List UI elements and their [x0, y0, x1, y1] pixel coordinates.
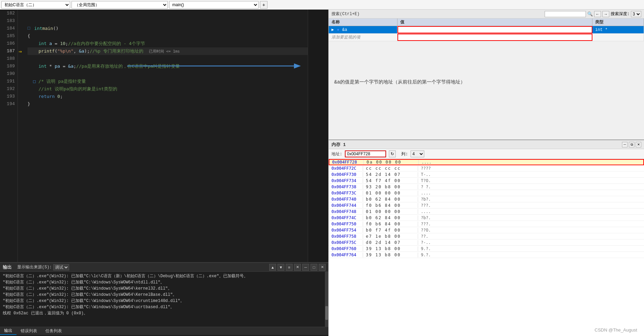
mem-bytes-15: 39 13 b8 00 — [363, 253, 418, 257]
watch-add-type — [592, 34, 644, 41]
mem-addr-5: 0x004FF73C — [329, 191, 363, 195]
output-tab-1[interactable]: 错误列表 — [17, 327, 41, 335]
watch-row[interactable]: ▶ ● &a 0x004ff728 (10) int * — [329, 26, 644, 34]
mem-bytes-2: 54 2d 14 07 — [363, 172, 418, 177]
watch-icon: ● — [335, 27, 341, 33]
mem-addr-15: 0x004FF764 — [329, 253, 363, 257]
addr-refresh-btn[interactable]: ↻ — [389, 150, 396, 157]
mem-addr-3: 0x004FF734 — [329, 178, 363, 183]
output-maximize-btn[interactable]: □ — [310, 264, 317, 271]
watch-name-value: &a — [342, 27, 347, 32]
memory-close-btn[interactable]: ✕ — [636, 142, 641, 147]
mem-addr-10: 0x004FF750 — [329, 222, 363, 226]
mem-bytes-9: b0 62 84 00 — [363, 215, 418, 220]
output-source-select[interactable]: 调试 — [53, 264, 69, 270]
watch-table-header: 名称 值 类型 — [329, 19, 644, 26]
right-panel: 搜索(Ctrl+E) 🔍 ← → 搜索深度: 3 名称 值 类型 — [328, 10, 644, 336]
output-tab-2[interactable]: 任务列表 — [41, 327, 66, 335]
mem-chars-10: ???. — [418, 222, 434, 226]
mem-chars-12: ??. — [418, 234, 431, 239]
output-wrap-btn[interactable]: ≡ — [286, 264, 293, 271]
mem-bytes-1: cc cc cc cc — [363, 166, 418, 171]
watch-annotation: &a的值是第一个字节的地址（从前往后的第一个字节得地址） — [329, 75, 644, 139]
mem-chars-8: .... — [418, 209, 434, 214]
addr-input[interactable] — [345, 150, 386, 157]
mem-addr-2: 0x004FF730 — [329, 172, 363, 177]
mem-addr-7: 0x004FF744 — [329, 203, 363, 208]
memory-row-15: 0x004FF76439 13 b8 009.?. — [329, 252, 644, 258]
memory-content[interactable]: 0x004FF7280a 00 00 00....0x004FF72Ccc cc… — [329, 159, 644, 336]
watch-col-type: 类型 — [592, 19, 644, 26]
memory-window-controls: ─ ⧉ ✕ — [622, 142, 641, 147]
memory-float-btn[interactable]: ⧉ — [629, 142, 634, 147]
output-minimize-btn[interactable]: ─ — [302, 264, 309, 271]
mem-addr-11: 0x004FF754 — [329, 228, 363, 233]
watch-table: 名称 值 类型 ▶ ● &a 0x004ff728 (10) int * 添加要… — [329, 19, 644, 75]
output-tab-0[interactable]: 输出 — [0, 327, 17, 335]
mem-bytes-8: 01 00 00 00 — [363, 209, 418, 214]
memory-row-8: 0x004FF74801 00 00 00.... — [329, 209, 644, 215]
memory-row-13: 0x004FF75Cd0 2d 14 07?-.. — [329, 239, 644, 246]
csdn-watermark: CSDN @The_August — [594, 327, 637, 333]
mem-addr-0: 0x004FF728 — [329, 160, 364, 165]
watch-col-value: 值 — [397, 19, 592, 26]
mem-addr-9: 0x004FF74C — [329, 215, 363, 220]
memory-addr-bar: 地址: ↻ 列: 4 — [329, 149, 644, 159]
scope-dropdown[interactable]: （全局范围） — [72, 1, 168, 9]
initial-dropdown[interactable]: 初始C语言（二） — [1, 1, 70, 9]
watch-col-name: 名称 — [329, 19, 397, 26]
memory-panel: 内存 1 ─ ⧉ ✕ 地址: ↻ 列: 4 0x004FF7280a 00 00… — [329, 140, 644, 336]
watch-search-label: 搜索(Ctrl+E) — [331, 11, 360, 17]
expand-icon: ▶ — [331, 27, 334, 32]
search-depth-select[interactable]: 3 — [631, 11, 641, 17]
mem-bytes-4: 93 20 b8 00 — [363, 184, 418, 189]
search-back-btn[interactable]: ← — [594, 11, 601, 17]
memory-row-7: 0x004FF744f0 b6 84 00???. — [329, 202, 644, 209]
search-depth-label: 搜索深度: — [611, 11, 630, 17]
mem-addr-8: 0x004FF748 — [329, 209, 363, 214]
mem-chars-1: ???? — [418, 166, 434, 171]
memory-row-6: 0x004FF740b0 62 84 00?b?. — [329, 196, 644, 202]
memory-title: 内存 1 — [331, 142, 622, 148]
output-clear-btn[interactable]: ✕ — [294, 264, 301, 271]
output-controls: ▲ ▼ ≡ ✕ ─ □ ✕ — [269, 264, 326, 271]
output-down-btn[interactable]: ▼ — [277, 264, 284, 271]
watch-cell-type: int * — [592, 26, 644, 33]
output-up-btn[interactable]: ▲ — [269, 264, 276, 271]
memory-row-12: 0x004FF758e7 1e b8 00??. — [329, 233, 644, 239]
watch-search-input[interactable] — [545, 11, 586, 17]
func-dropdown[interactable]: main() — [169, 1, 259, 9]
mem-bytes-14: 39 13 b8 00 — [363, 246, 418, 251]
memory-row-2: 0x004FF73054 2d 14 07T-.. — [329, 171, 644, 178]
cols-select[interactable]: 4 — [411, 150, 424, 157]
mem-chars-5: .... — [418, 191, 434, 195]
mem-chars-13: ?-.. — [418, 240, 434, 245]
mem-addr-14: 0x004FF760 — [329, 246, 363, 251]
output-header: 输出 显示输出来源(S): 调试 ▲ ▼ ≡ ✕ ─ □ ✕ — [0, 263, 328, 272]
watch-cell-value[interactable]: 0x004ff728 (10) — [397, 26, 592, 33]
watch-cell-name: ▶ ● &a — [329, 26, 397, 33]
output-title: 输出 — [3, 264, 12, 270]
mem-chars-3: T?O. — [418, 178, 434, 183]
watch-add-row[interactable]: 添加要监视的项 — [329, 34, 644, 41]
output-close-btn[interactable]: ✕ — [319, 264, 326, 271]
output-content[interactable]: "初始C语言（二）.exe"(Win32): 已加载"C:\lc\C语言（新）\… — [0, 272, 328, 327]
mem-chars-15: 9.?. — [418, 253, 434, 257]
memory-row-4: 0x004FF73893 20 b8 00? ?. — [329, 184, 644, 190]
mem-bytes-10: f0 b6 84 00 — [363, 222, 418, 226]
mem-chars-9: ?b?. — [418, 215, 434, 220]
watch-add-label: 添加要监视的项 — [329, 34, 397, 41]
search-fwd-btn[interactable]: → — [602, 11, 609, 17]
watch-search: 🔍 ← → 搜索深度: 3 — [545, 11, 641, 17]
output-source-label: 显示输出来源(S): — [17, 264, 52, 270]
mem-bytes-5: 01 00 00 00 — [363, 191, 418, 195]
mem-bytes-6: b0 62 84 00 — [363, 197, 418, 202]
memory-row-9: 0x004FF74Cb0 62 84 00?b?. — [329, 215, 644, 221]
mem-chars-0: .... — [419, 160, 434, 165]
search-icon[interactable]: 🔍 — [587, 11, 593, 17]
add-button[interactable]: + — [260, 1, 268, 9]
mem-bytes-7: f0 b6 84 00 — [363, 203, 418, 208]
mem-chars-2: T-.. — [418, 172, 434, 177]
memory-row-5: 0x004FF73C01 00 00 00.... — [329, 190, 644, 196]
memory-minimize-btn[interactable]: ─ — [622, 142, 627, 147]
